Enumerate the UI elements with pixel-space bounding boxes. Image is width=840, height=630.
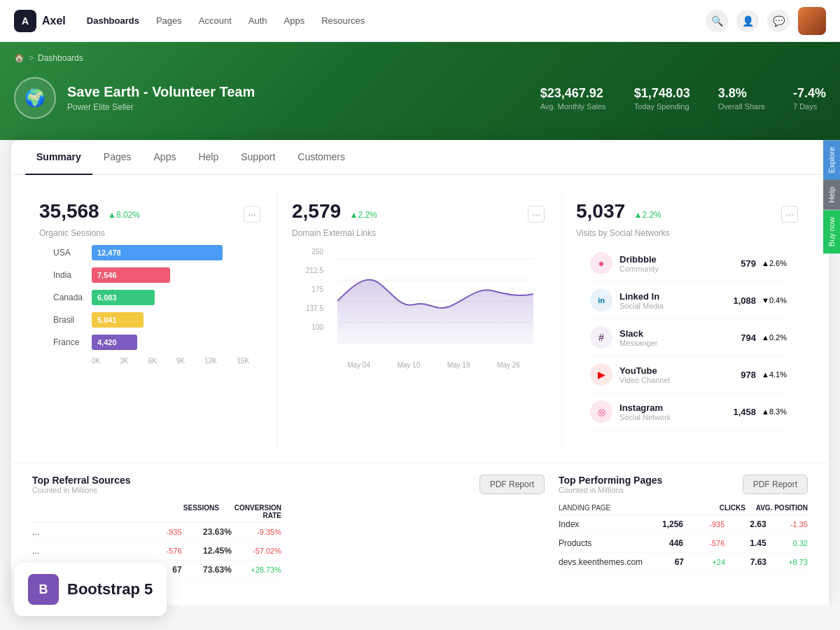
- hero-content: 🌍 Save Earth - Volunteer Team Power Elit…: [14, 77, 826, 140]
- referral-title: Top Referral Sources: [32, 475, 281, 486]
- top-pages-title: Top Performing Pages: [559, 475, 662, 486]
- breadcrumb-current: Dashboards: [38, 53, 83, 63]
- help-button[interactable]: Help: [823, 180, 840, 210]
- organic-sessions-change: ▲8.02%: [108, 210, 140, 220]
- referral-subtitle: Counted in Millions: [32, 486, 281, 494]
- navbar: A Axel Dashboards Pages Account Auth App…: [0, 0, 840, 42]
- nav-account[interactable]: Account: [199, 15, 232, 26]
- bootstrap-badge: B Bootstrap 5: [14, 563, 167, 605]
- notifications-icon[interactable]: 👤: [736, 10, 759, 32]
- social-visits-card: 5,037 ▲2.2% ··· Visits by Social Network…: [562, 189, 815, 449]
- bar-canada: Canada 6,083: [53, 290, 249, 305]
- top-pages-header: LANDING PAGE CLICKS AVG. POSITION: [559, 501, 808, 515]
- referral-header: SESSIONS CONVERSION RATE: [32, 501, 281, 523]
- linkedin-icon: in: [590, 289, 612, 312]
- nav-right: 🔍 👤 💬: [706, 7, 826, 35]
- domain-links-change: ▲2.2%: [350, 210, 377, 220]
- nav-auth[interactable]: Auth: [248, 15, 267, 26]
- hero-stat-monthly: $23,467.92 Avg. Monthly Sales: [540, 86, 606, 111]
- top-pages-row-3: devs.keenthemes.com 67 +24 7.63 +8.73: [559, 553, 808, 572]
- hero-banner: 🏠 > Dashboards 🌍 Save Earth - Volunteer …: [0, 42, 840, 140]
- hero-stats: $23,467.92 Avg. Monthly Sales $1,748.03 …: [540, 86, 826, 111]
- top-pages-row-2: Products 446 -576 1.45 0.32: [559, 534, 808, 553]
- bar-france: France 4,420: [53, 335, 249, 350]
- social-slack: # Slack Messanger 794 ▲0.2%: [590, 319, 787, 356]
- bar-chart: USA 12,478 India 7,546 Canada 6,083: [39, 238, 263, 379]
- domain-links-label: Domain External Links: [292, 228, 547, 238]
- social-visits-change: ▲2.2%: [634, 210, 662, 220]
- nav-links: Dashboards Pages Account Auth Apps Resou…: [87, 15, 706, 26]
- slack-icon: #: [590, 326, 612, 349]
- pdf-report-button-2[interactable]: PDF Report: [743, 475, 808, 494]
- line-chart-svg: [337, 245, 533, 357]
- tab-customers[interactable]: Customers: [286, 140, 356, 175]
- buy-now-button[interactable]: Buy now: [823, 210, 840, 253]
- explore-button[interactable]: Explore: [823, 140, 840, 180]
- social-visits-more[interactable]: ···: [781, 206, 798, 223]
- top-pages-card: Top Performing Pages Counted in Millions…: [552, 463, 815, 591]
- bar-axis: 0K 3K 6K 9K 12K 15K: [53, 357, 249, 365]
- social-linkedin: in Linked In Social Media 1,088 ▼0.4%: [590, 282, 787, 319]
- organic-sessions-more[interactable]: ···: [244, 206, 260, 223]
- logo-icon: A: [14, 10, 36, 32]
- social-visits-label: Visits by Social Networks: [576, 228, 801, 238]
- domain-links-more[interactable]: ···: [528, 206, 545, 223]
- dribbble-icon: ●: [590, 252, 612, 274]
- tab-pages[interactable]: Pages: [92, 140, 143, 175]
- main-card: Summary Pages Apps Help Support Customer…: [11, 140, 829, 605]
- social-list: ● Dribbble Community 579 ▲2.6% in Linke: [576, 238, 801, 438]
- domain-links-value: 2,579: [292, 200, 341, 222]
- tab-help[interactable]: Help: [187, 140, 230, 175]
- nav-resources[interactable]: Resources: [321, 15, 365, 26]
- side-buttons: Explore Help Buy now: [823, 140, 840, 253]
- pdf-report-button[interactable]: PDF Report: [479, 475, 545, 494]
- bar-brasil: Brasil 5,041: [53, 312, 249, 328]
- hero-stat-share: 3.8% Overall Share: [718, 86, 765, 111]
- organic-sessions-label: Organic Sessions: [39, 228, 263, 238]
- brand-name: Axel: [42, 15, 66, 27]
- tab-apps[interactable]: Apps: [143, 140, 188, 175]
- organic-sessions-card: 35,568 ▲8.02% ··· Organic Sessions USA 1…: [25, 189, 278, 449]
- brand-icon: 🌍: [14, 77, 56, 119]
- hero-stat-today: $1,748.03 Today Spending: [634, 86, 690, 111]
- hero-text: Save Earth - Volunteer Team Power Elite …: [67, 84, 255, 112]
- hero-title: Save Earth - Volunteer Team: [67, 84, 255, 100]
- social-visits-value: 5,037: [576, 200, 625, 222]
- messages-icon[interactable]: 💬: [767, 10, 790, 32]
- referral-row-2: ... -576 12.45% -57.02%: [32, 542, 281, 561]
- hero-stat-7days: -7.4% 7 Days: [793, 86, 826, 111]
- social-youtube: ▶ YouTube Video Channel 978 ▲4.1%: [590, 356, 787, 393]
- social-instagram: ◎ Instagram Social Network 1,458 ▲8.3%: [590, 393, 787, 430]
- search-icon[interactable]: 🔍: [706, 10, 728, 32]
- bootstrap-label: Bootstrap 5: [67, 580, 153, 598]
- social-dribbble: ● Dribbble Community 579 ▲2.6%: [590, 245, 787, 282]
- breadcrumb: 🏠 > Dashboards: [14, 53, 826, 63]
- stats-grid: 35,568 ▲8.02% ··· Organic Sessions USA 1…: [11, 175, 829, 463]
- line-chart-area: 250 212.5 175 137.5 100: [292, 238, 547, 383]
- hero-subtitle: Power Elite Seller: [67, 102, 255, 112]
- nav-logo[interactable]: A Axel: [14, 10, 66, 32]
- nav-dashboards[interactable]: Dashboards: [87, 15, 139, 26]
- breadcrumb-home[interactable]: 🏠: [14, 53, 24, 63]
- bootstrap-icon: B: [28, 574, 59, 605]
- organic-sessions-value: 35,568: [39, 200, 99, 222]
- bar-india: India 7,546: [53, 267, 249, 283]
- tab-summary[interactable]: Summary: [25, 140, 92, 175]
- user-avatar[interactable]: [798, 7, 826, 35]
- top-pages-subtitle: Counted in Millions: [559, 486, 662, 494]
- top-pages-row-1: Index 1,256 -935 2.63 -1.35: [559, 515, 808, 534]
- domain-links-card: 2,579 ▲2.2% ··· Domain External Links 25…: [278, 189, 562, 449]
- bar-usa: USA 12,478: [53, 245, 249, 260]
- tabs: Summary Pages Apps Help Support Customer…: [11, 140, 829, 175]
- nav-apps[interactable]: Apps: [284, 15, 305, 26]
- instagram-icon: ◎: [590, 400, 612, 423]
- youtube-icon: ▶: [590, 363, 612, 386]
- referral-row-1: ... -935 23.63% -9.35%: [32, 523, 281, 542]
- nav-pages[interactable]: Pages: [156, 15, 182, 26]
- pdf-report-card: PDF Report: [288, 463, 552, 591]
- tab-support[interactable]: Support: [230, 140, 286, 175]
